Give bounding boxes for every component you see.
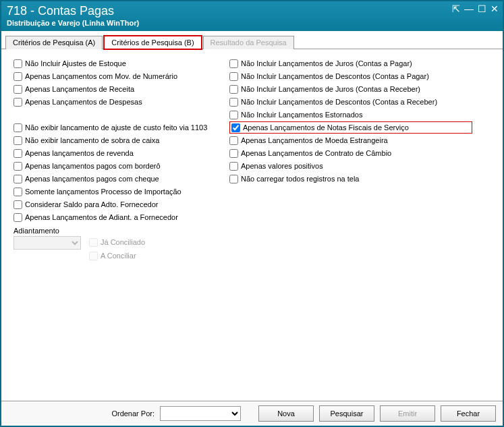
chk-apenas-valores-positivos[interactable]: Apenas valores positivos [229, 160, 472, 172]
chk-apenas-receita[interactable]: Apenas Lançamentos de Receita [13, 83, 216, 95]
chk-label: Apenas Lançamentos de Receita [25, 85, 134, 93]
chk-label: Não Incluir Lançamentos de Descontos (Co… [241, 72, 429, 80]
window-subtitle: Distribuição e Varejo (Linha WinThor) [7, 19, 497, 27]
pesquisar-button[interactable]: Pesquisar [319, 405, 374, 422]
chk-apenas-adiant-fornecedor[interactable]: Apenas Lançamentos de Adiant. a Forneced… [13, 211, 216, 223]
chk-nao-incluir-desc-pagar[interactable]: Não Incluir Lançamentos de Descontos (Co… [229, 70, 472, 82]
chk-nao-incluir-estornados[interactable]: Não Incluir Lançamentos Estornados [229, 109, 472, 121]
chk-label: Apenas Lançamentos de Contrato de Câmbio [241, 149, 391, 157]
tab-resultado: Resultado da Pesquisa [203, 36, 294, 49]
left-column: Não Incluir Ajustes de Estoque Apenas La… [13, 57, 216, 393]
chk-nao-exibir-ajuste-custo-1103[interactable]: Não exibir lancamento de ajuste de custo… [13, 121, 216, 134]
chk-label: Apenas Lançamentos de Despesas [25, 98, 142, 106]
chk-label: Não Incluir Lançamentos Estornados [241, 111, 362, 119]
chk-label: Apenas Lançamentos de Moeda Estrangeira [241, 136, 388, 144]
chk-apenas-bordero[interactable]: Apenas lançamentos pagos com borderô [13, 160, 216, 172]
spacer [13, 109, 216, 121]
chk-label: Somente lançamentos Processo de Importaç… [25, 188, 181, 196]
fechar-button[interactable]: Fechar [441, 405, 496, 422]
close-icon[interactable]: ✕ [491, 4, 499, 13]
chk-label: Não Incluir Lançamentos de Descontos (Co… [241, 98, 437, 106]
chk-apenas-despesas[interactable]: Apenas Lançamentos de Despesas [13, 96, 216, 108]
chk-nao-incluir-ajustes-estoque[interactable]: Não Incluir Ajustes de Estoque [13, 57, 216, 69]
chk-somente-importacao[interactable]: Somente lançamentos Processo de Importaç… [13, 186, 216, 198]
chk-apenas-nf-servico[interactable]: Apenas Lançamentos de Notas Fiscais de S… [229, 121, 472, 134]
adiantamento-select [13, 236, 81, 250]
chk-nao-incluir-juros-pagar[interactable]: Não Incluir Lançamentos de Juros (Contas… [229, 57, 472, 69]
right-column: Não Incluir Lançamentos de Juros (Contas… [229, 57, 472, 393]
chk-label: Apenas lançamentos pagos com borderô [25, 162, 161, 170]
nova-button[interactable]: Nova [258, 405, 314, 422]
chk-nao-incluir-desc-receber[interactable]: Não Incluir Lançamentos de Descontos (Co… [229, 96, 472, 108]
tabstrip: Critérios de Pesquisa (A) Critérios de P… [1, 31, 503, 49]
footer: Ordenar Por: Nova Pesquisar Emitir Fecha… [1, 401, 503, 426]
maximize-icon[interactable]: ☐ [478, 4, 486, 13]
chk-apenas-moeda-estrangeira[interactable]: Apenas Lançamentos de Moeda Estrangeira [229, 134, 472, 146]
chk-label: Não exibir lancamento de sobra de caixa [25, 136, 159, 144]
chk-label: Não exibir lancamento de ajuste de custo… [25, 123, 207, 132]
emitir-button: Emitir [380, 405, 435, 422]
app-window: 718 - Contas Pagas Distribuição e Varejo… [0, 0, 504, 427]
chk-nao-incluir-juros-receber[interactable]: Não Incluir Lançamentos de Juros (Contas… [229, 83, 472, 95]
chk-label: Já Conciliado [101, 238, 145, 246]
adiantamento-block: Adiantamento Já Conciliado A Conciliar [13, 227, 216, 262]
titlebar: 718 - Contas Pagas Distribuição e Varejo… [1, 1, 503, 31]
chk-label: Apenas Lançamentos com Mov. de Numerário [25, 72, 177, 80]
chk-label: Não Incluir Lançamentos de Juros (Contas… [241, 59, 412, 67]
chk-label: Apenas lançamentos pagos com cheque [25, 175, 159, 183]
chk-label: Não Incluir Ajustes de Estoque [25, 59, 126, 67]
chk-apenas-revenda[interactable]: Apenas lançamentos de revenda [13, 147, 216, 159]
chk-a-conciliar: A Conciliar [89, 250, 145, 262]
tab-content: Não Incluir Ajustes de Estoque Apenas La… [1, 49, 503, 401]
restore-icon[interactable]: ⇱ [452, 4, 460, 13]
ordenar-por-select[interactable] [160, 406, 241, 421]
window-title: 718 - Contas Pagas [7, 4, 497, 18]
chk-apenas-mov-numerario[interactable]: Apenas Lançamentos com Mov. de Numerário [13, 70, 216, 82]
chk-apenas-cheque[interactable]: Apenas lançamentos pagos com cheque [13, 173, 216, 185]
adiantamento-label: Adiantamento [13, 227, 216, 235]
chk-label: Apenas Lançamentos de Notas Fiscais de S… [243, 123, 409, 132]
chk-label: Não carregar todos registros na tela [241, 175, 359, 183]
chk-label: Considerar Saldo para Adto. Fornecedor [25, 200, 159, 208]
chk-nao-carregar-todos[interactable]: Não carregar todos registros na tela [229, 173, 472, 185]
chk-label: Apenas Lançamentos de Adiant. a Forneced… [25, 213, 178, 221]
ordenar-por-label: Ordenar Por: [111, 409, 155, 418]
chk-considerar-saldo-adto[interactable]: Considerar Saldo para Adto. Fornecedor [13, 198, 216, 210]
chk-label: Não Incluir Lançamentos de Juros (Contas… [241, 85, 420, 93]
chk-nao-exibir-sobra-caixa[interactable]: Não exibir lancamento de sobra de caixa [13, 134, 216, 146]
chk-label: Apenas valores positivos [241, 162, 323, 170]
tab-criterios-b[interactable]: Critérios de Pesquisa (B) [104, 36, 201, 49]
chk-ja-conciliado: Já Conciliado [89, 236, 145, 248]
window-controls: ⇱ — ☐ ✕ [452, 4, 499, 13]
chk-label: A Conciliar [101, 252, 136, 260]
chk-apenas-contrato-cambio[interactable]: Apenas Lançamentos de Contrato de Câmbio [229, 147, 472, 159]
minimize-icon[interactable]: — [464, 4, 474, 13]
tab-criterios-a[interactable]: Critérios de Pesquisa (A) [5, 36, 103, 49]
chk-label: Apenas lançamentos de revenda [25, 149, 134, 157]
